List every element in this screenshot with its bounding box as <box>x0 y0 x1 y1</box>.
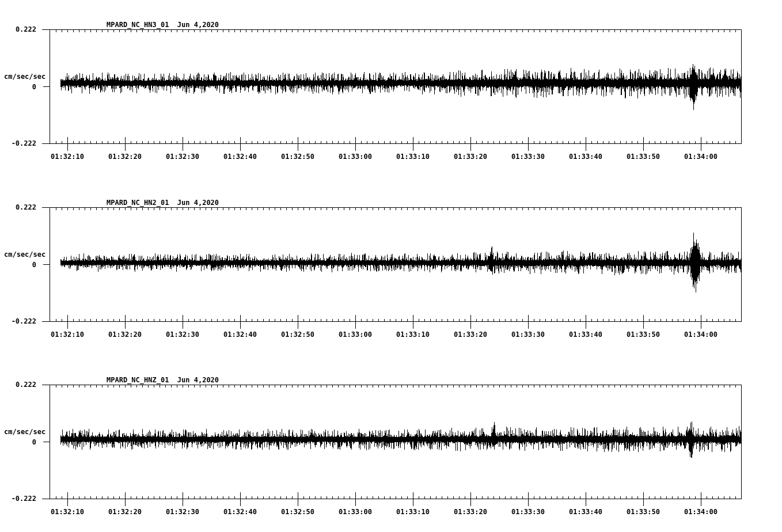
x-tick-label: 01:32:40 <box>217 508 263 515</box>
panel-title: MPARD_NC_HNZ_01 Jun 4,2020 <box>107 377 219 383</box>
x-tick-label: 01:34:00 <box>678 153 724 160</box>
y-tick-label-max: 0.222 <box>0 204 36 211</box>
x-tick-label: 01:33:10 <box>390 331 436 338</box>
x-tick-label: 01:32:10 <box>44 331 90 338</box>
x-tick-label: 01:33:00 <box>332 331 378 338</box>
x-tick-label: 01:32:10 <box>44 508 90 515</box>
x-tick-label: 01:33:30 <box>505 508 551 515</box>
y-tick-label-min: -0.222 <box>0 495 36 502</box>
x-tick-label: 01:33:00 <box>332 508 378 515</box>
x-tick-label: 01:32:20 <box>102 331 148 338</box>
seismogram-canvas <box>0 0 782 532</box>
x-tick-label: 01:32:50 <box>275 153 321 160</box>
x-tick-label: 01:33:10 <box>390 153 436 160</box>
x-tick-label: 01:33:10 <box>390 508 436 515</box>
x-tick-label: 01:33:30 <box>505 331 551 338</box>
y-tick-label-zero: 0 <box>0 439 36 446</box>
x-tick-label: 01:32:30 <box>160 153 206 160</box>
x-tick-label: 01:33:50 <box>620 508 666 515</box>
x-tick-label: 01:33:50 <box>620 153 666 160</box>
x-tick-label: 01:32:50 <box>275 508 321 515</box>
y-tick-label-max: 0.222 <box>0 381 36 388</box>
x-tick-label: 01:32:40 <box>217 331 263 338</box>
x-tick-label: 01:33:00 <box>332 153 378 160</box>
x-tick-label: 01:33:40 <box>563 153 609 160</box>
amplitude-unit-label: cm/sec/sec <box>4 73 45 80</box>
x-tick-label: 01:34:00 <box>678 508 724 515</box>
x-tick-label: 01:32:50 <box>275 331 321 338</box>
amplitude-unit-label: cm/sec/sec <box>4 251 45 258</box>
x-tick-label: 01:33:20 <box>447 331 494 338</box>
y-tick-label-min: -0.222 <box>0 140 36 147</box>
panel-title: MPARD_NC_HN2_01 Jun 4,2020 <box>107 199 219 206</box>
x-tick-label: 01:33:30 <box>505 153 551 160</box>
amplitude-unit-label: cm/sec/sec <box>4 428 45 435</box>
y-tick-label-min: -0.222 <box>0 318 36 325</box>
x-tick-label: 01:33:40 <box>563 331 609 338</box>
x-tick-label: 01:32:20 <box>102 153 148 160</box>
x-tick-label: 01:33:50 <box>620 331 666 338</box>
y-tick-label-max: 0.222 <box>0 26 36 33</box>
panel-title: MPARD_NC_HN3_01 Jun 4,2020 <box>107 21 219 28</box>
x-tick-label: 01:33:20 <box>447 153 494 160</box>
x-tick-label: 01:32:20 <box>102 508 148 515</box>
x-tick-label: 01:32:10 <box>44 153 90 160</box>
x-tick-label: 01:32:30 <box>160 331 206 338</box>
y-tick-label-zero: 0 <box>0 83 36 90</box>
y-tick-label-zero: 0 <box>0 261 36 268</box>
x-tick-label: 01:34:00 <box>678 331 724 338</box>
x-tick-label: 01:32:30 <box>160 508 206 515</box>
x-tick-label: 01:33:20 <box>447 508 494 515</box>
x-tick-label: 01:33:40 <box>563 508 609 515</box>
x-tick-label: 01:32:40 <box>217 153 263 160</box>
